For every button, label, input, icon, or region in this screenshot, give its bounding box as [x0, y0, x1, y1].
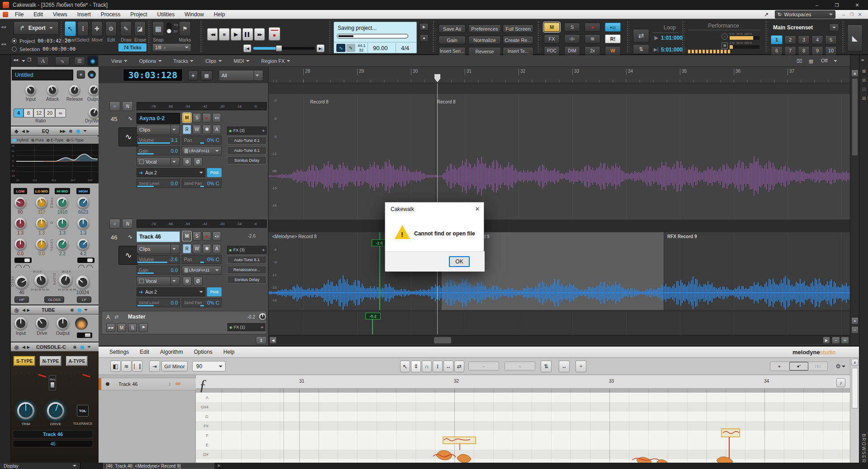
lomid-band-badge[interactable]: LO MID	[34, 188, 49, 194]
gain-button[interactable]: Gain	[439, 36, 466, 44]
workspaces-dropdown[interactable]: ↻ Workspaces	[775, 10, 835, 19]
eq-mode-label[interactable]: E-Type	[51, 138, 64, 142]
master-volume-knob[interactable]	[259, 313, 266, 320]
tube-module-header[interactable]: ◎ ◀ ▶ TUBE ◉	[11, 305, 99, 314]
track45-archive-dropdown[interactable]: Vocal	[137, 157, 180, 166]
screenset-9[interactable]: 9	[811, 46, 823, 55]
screenset-4[interactable]: 4	[811, 35, 823, 44]
tv-menu-tracks[interactable]: Tracks	[174, 58, 194, 64]
tab-menu[interactable]: ☰	[74, 56, 85, 66]
track46-archive-dropdown[interactable]: Vocal	[137, 277, 180, 286]
expand-tracks-button[interactable]: ⇕	[256, 336, 267, 344]
track45-fx-item[interactable]: Auto-Tune 8.1	[227, 136, 267, 145]
menu-file[interactable]: File	[10, 11, 28, 18]
mel-menu-settings[interactable]: Settings	[109, 349, 134, 355]
play-state-button[interactable]: ▶	[420, 23, 429, 31]
record-punch-button[interactable]: R!	[605, 34, 621, 43]
zoom-in-v-button[interactable]: +	[851, 317, 859, 324]
tv-menu-options[interactable]: Options	[139, 58, 162, 64]
master-layout-button[interactable]: ▰▰	[106, 323, 115, 332]
vscroll-thumb[interactable]	[852, 79, 858, 155]
eq-mode-label[interactable]: Hybrid	[17, 138, 28, 142]
mdi-close-button[interactable]: ✕	[856, 11, 863, 18]
a-type-button[interactable]: A-TYPE	[66, 356, 88, 366]
high-shape-toggle[interactable]	[77, 258, 94, 263]
track45-icon-box[interactable]: ∿	[118, 127, 138, 146]
dock-icon[interactable]: ▤	[861, 77, 867, 83]
tube-input-knob[interactable]	[14, 317, 27, 330]
minimize-button[interactable]: –	[808, 0, 826, 10]
himid-slope-knob[interactable]	[59, 274, 72, 287]
track45-echo-button[interactable]: ●)))	[212, 113, 221, 122]
grid-display-icon[interactable]: ▦	[807, 57, 816, 65]
input-echo-button[interactable]: ●)))	[605, 23, 621, 32]
track46-lane[interactable]: <Melodyne> Record 8 <Melodyne> Record 9 …	[269, 232, 850, 310]
mel-autostretch-button[interactable]: ⇥	[149, 361, 160, 372]
tab-prochannel[interactable]: ◉	[88, 56, 98, 66]
full-screen-button[interactable]: Full Screen	[503, 24, 533, 33]
radio-selected-icon[interactable]	[13, 139, 16, 142]
himid-freq-knob[interactable]	[57, 197, 68, 209]
chevron-down-icon[interactable]	[87, 346, 91, 348]
radio-icon[interactable]	[66, 139, 70, 142]
hp-freq-knob[interactable]	[15, 276, 28, 289]
track46-mono-button[interactable]: Ø	[193, 277, 203, 286]
n-type-button[interactable]: N-TYPE	[40, 356, 61, 366]
comp-input-knob[interactable]	[25, 85, 36, 96]
track46-fx-item[interactable]: Renaissance...	[227, 266, 267, 274]
note-view-icon[interactable]: ●∙	[770, 364, 789, 369]
insert-series-button[interactable]: Insert Seri...	[439, 47, 466, 56]
track46-name-field[interactable]: Track 46	[137, 231, 180, 242]
zoom-in-h-button[interactable]: +	[841, 337, 849, 344]
low-shape-toggle[interactable]	[14, 258, 32, 263]
grid-view-icon[interactable]: ∷∷	[808, 364, 827, 369]
tv-menu-view[interactable]: View	[111, 58, 127, 64]
pdc-button[interactable]: PDC	[544, 46, 560, 55]
snap-marks-button[interactable]: ⚑	[179, 21, 191, 36]
track45-send-row[interactable]: ➜Aux 2	[137, 168, 205, 177]
track45-mute-button[interactable]: M	[183, 113, 191, 122]
high-level-knob[interactable]	[77, 239, 89, 250]
track46-input-dropdown[interactable]: LftASFrA11	[182, 266, 222, 275]
low-freq-knob[interactable]	[14, 197, 26, 209]
record-state-button[interactable]: ●	[420, 34, 429, 42]
prev-icon[interactable]: ◀	[23, 345, 25, 349]
fx-power-icon[interactable]: ◉	[229, 248, 232, 252]
engine-icon[interactable]: ∿	[336, 44, 345, 52]
eq-power-icon[interactable]: ◉	[76, 128, 80, 134]
normalize-meter-button[interactable]: N	[122, 101, 133, 111]
console-power-icon[interactable]: ◉	[80, 344, 85, 350]
export-button[interactable]: ↱ Export	[14, 21, 59, 35]
track45-automation-button[interactable]: A	[212, 125, 221, 134]
track46-send-row[interactable]: ➜Aux 2	[137, 287, 205, 296]
tool-draw[interactable]: ✎	[120, 21, 132, 36]
reverse-button[interactable]: Reverse	[468, 47, 501, 56]
low-band-badge[interactable]: LOW	[14, 188, 27, 194]
chevron-down-icon[interactable]	[84, 309, 88, 311]
multidock-tab[interactable]: [46: Track 46: <Melodyne> Record 9]	[103, 463, 214, 469]
high-q-knob[interactable]	[77, 218, 89, 230]
add-track-button[interactable]: +	[188, 70, 198, 80]
arm-button[interactable]: ●	[585, 23, 600, 32]
screenset-10[interactable]: 10	[825, 46, 837, 55]
gloss-button[interactable]: GLOSS	[44, 296, 64, 303]
snap-grid-button[interactable]: ▦	[152, 21, 164, 36]
mel-panel-toggle[interactable]: ◧	[110, 361, 121, 372]
screenset-dropdown[interactable]	[829, 23, 839, 32]
console-module-header[interactable]: ◎ ◀ ▶ CONSOLE-C ◉	[11, 342, 99, 352]
display-dropdown[interactable]: Display	[0, 463, 80, 469]
screenset-7[interactable]: 7	[784, 46, 796, 55]
himid-band-badge[interactable]: HI MID	[55, 188, 70, 194]
track45-fx-item[interactable]: Auto-Tune 8.1	[227, 146, 267, 155]
dock-icon[interactable]: ◫	[861, 86, 867, 92]
eq-graph[interactable]: 18 12 6 0 -6 -12 -18 20 112 632 3K7 20K	[11, 144, 99, 183]
menu-process[interactable]: Process	[96, 11, 125, 18]
solo-button[interactable]: S	[564, 23, 580, 32]
snap-resolution-dropdown[interactable]: 1/8 ♪	[152, 43, 191, 52]
mel-menu-algorithm[interactable]: Algorithm	[155, 349, 189, 355]
track45-arm-button[interactable]: ●	[203, 113, 211, 122]
time-signature[interactable]: 4/4	[401, 45, 409, 52]
s-type-button[interactable]: S-TYPE	[14, 356, 35, 366]
master-lane[interactable]: -0.2	[269, 312, 850, 334]
meter-mode-button[interactable]: ≡	[109, 219, 120, 229]
